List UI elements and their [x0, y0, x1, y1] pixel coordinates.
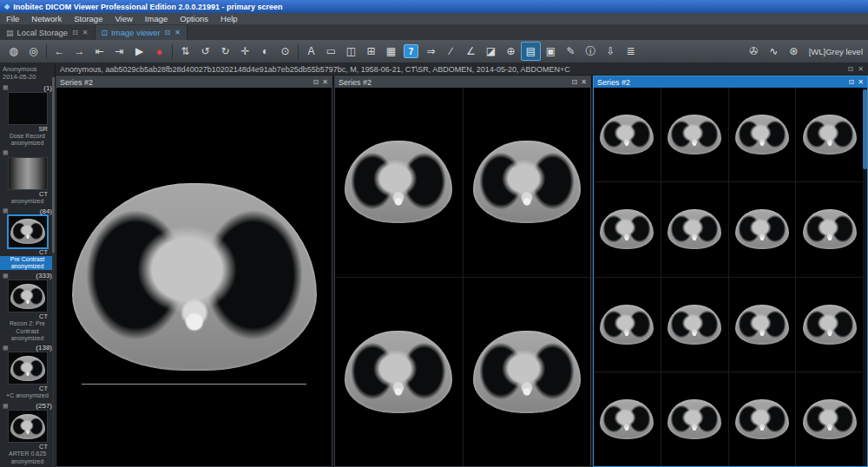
capture-icon[interactable]: ✇ [744, 42, 764, 61]
series-list-item-selected[interactable]: ▦ (84) CT Pre Contrast anonymized [0, 207, 55, 271]
panel-float-icon[interactable]: ⊡ [572, 78, 578, 86]
series-list-item[interactable]: ▦ (257) CT ARTER 0.625 anonymized [0, 402, 55, 465]
series-image-cell[interactable] [594, 372, 661, 466]
patient-bar-float-icon[interactable]: ⊡ [848, 65, 854, 73]
series-list-item[interactable]: ▦ CT anonymized [0, 149, 55, 206]
series-image-cell[interactable] [594, 182, 661, 276]
panel-float-icon[interactable]: ⊡ [849, 78, 855, 86]
panel-float-icon[interactable]: ⊡ [313, 78, 319, 86]
series-image-cell[interactable] [661, 372, 728, 466]
viewport-image-area[interactable] [594, 88, 867, 466]
menu-network[interactable]: Network [25, 14, 68, 23]
mpr-view-icon[interactable]: ◎ [23, 42, 43, 61]
flip-icon[interactable]: ⇅ [175, 42, 195, 61]
series-image-cell[interactable] [796, 88, 863, 181]
series-image-cell[interactable] [729, 182, 796, 276]
image-info-icon[interactable]: ⓘ [581, 42, 601, 61]
move-pan-icon[interactable]: ✛ [235, 42, 255, 61]
series-list-item[interactable]: ▦ (138) CT +C anonymized [0, 344, 55, 400]
series-panel-2[interactable]: Series #2 ⊡ ✕ [334, 76, 591, 467]
tab-local-storage[interactable]: ▤ Local Storage ⊡ ✕ [0, 25, 95, 40]
series-image-cell[interactable] [796, 278, 863, 372]
series-image-cell[interactable] [335, 88, 463, 277]
panel-scrollbar-thumb[interactable] [863, 89, 867, 169]
panel-header[interactable]: Series #2 ⊡ ✕ [56, 76, 332, 88]
localizer-icon[interactable]: ⊕ [501, 42, 521, 61]
link-stack-icon[interactable]: ⇒ [421, 42, 441, 61]
text-annotation-icon[interactable]: A [301, 42, 321, 61]
series-panel-3-selected[interactable]: Series #2 ⊡ ✕ [593, 76, 868, 467]
series-thumbnail[interactable] [8, 92, 48, 125]
series-image-cell[interactable] [729, 372, 796, 466]
panel-header[interactable]: Series #2 ⊡ ✕ [335, 76, 590, 88]
panel-close-icon[interactable]: ✕ [858, 78, 864, 86]
series-image-cell[interactable] [594, 278, 661, 372]
menu-view[interactable]: View [108, 14, 138, 23]
series-image-cell[interactable] [796, 372, 863, 466]
series-thumbnail[interactable] [8, 215, 48, 248]
menu-image[interactable]: Image [139, 14, 174, 23]
panel-header[interactable]: Series #2 ⊡ ✕ [594, 76, 867, 88]
export-icon[interactable]: ⇩ [601, 42, 621, 61]
tab-image-viewer[interactable]: ⊡ Image viewer ⊡ ✕ [95, 25, 187, 40]
eraser-icon[interactable]: ◪ [481, 42, 501, 61]
tab-float-icon[interactable]: ⊡ [72, 29, 78, 36]
series-thumbnail[interactable] [8, 157, 48, 190]
menu-storage[interactable]: Storage [68, 14, 108, 23]
layout-split-icon[interactable]: ◫ [341, 42, 361, 61]
rotate-ccw-icon[interactable]: ↺ [195, 42, 215, 61]
layout-grid-icon[interactable]: ▦ [381, 42, 401, 61]
series-image-cell[interactable] [594, 88, 661, 181]
series-image-cell[interactable] [729, 278, 796, 372]
menu-file[interactable]: File [0, 14, 25, 23]
sidebar-scrollbar[interactable] [52, 77, 55, 467]
patient-bar-close-icon[interactable]: ✕ [858, 65, 864, 73]
scout-lines-icon[interactable]: ▤ [521, 42, 541, 61]
zoom-icon[interactable]: ⊙ [275, 42, 295, 61]
copy-image-icon[interactable]: ▣ [541, 42, 561, 61]
series-thumbnail[interactable] [8, 280, 48, 312]
histogram-icon[interactable]: ∿ [764, 42, 784, 61]
ruler-icon[interactable]: ∕ [441, 42, 461, 61]
angle-icon[interactable]: ∠ [461, 42, 481, 61]
tab-close-icon[interactable]: ✕ [82, 29, 89, 36]
panel-close-icon[interactable]: ✕ [581, 78, 587, 86]
series-image-cell[interactable] [335, 278, 463, 467]
last-image-icon[interactable]: ⇥ [109, 42, 129, 61]
panel-scrollbar[interactable] [863, 88, 867, 466]
first-image-icon[interactable]: ⇤ [89, 42, 109, 61]
play-cine-icon[interactable]: ▶ [129, 42, 149, 61]
history-forward-icon[interactable]: → [69, 42, 89, 61]
panel-close-icon[interactable]: ✕ [322, 78, 328, 86]
series-panel-1[interactable]: Series #2 ⊡ ✕ [56, 76, 332, 467]
series-image-cell[interactable] [729, 88, 796, 181]
layout-quad-icon[interactable]: ⊞ [361, 42, 381, 61]
annotations-edit-icon[interactable]: ✎ [561, 42, 581, 61]
series-list-item[interactable]: ▦ (1) SR Dose Record anonymized [0, 84, 55, 148]
window-level-icon[interactable]: ◐ [255, 42, 275, 61]
tab-float-icon[interactable]: ⊡ [165, 29, 171, 36]
print-icon[interactable]: ≣ [621, 42, 641, 61]
viewport-image-area[interactable] [56, 88, 332, 466]
series-image-cell[interactable] [661, 88, 728, 181]
series-image-cell[interactable] [464, 278, 591, 467]
view-3d-icon[interactable]: ◍ [3, 42, 23, 61]
layout-custom-badge[interactable]: 7 [404, 44, 418, 58]
rotate-cw-icon[interactable]: ↻ [215, 42, 235, 61]
series-image-cell[interactable] [796, 182, 863, 276]
history-back-icon[interactable]: ← [49, 42, 69, 61]
sidebar-scrollbar-thumb[interactable] [52, 77, 55, 253]
menu-options[interactable]: Options [174, 14, 214, 23]
record-icon[interactable]: ● [149, 42, 169, 61]
series-image-cell[interactable] [661, 182, 728, 276]
viewport-image-area[interactable] [335, 88, 590, 466]
series-thumbnail[interactable] [8, 352, 48, 385]
cine-film-icon[interactable]: ⊛ [784, 42, 804, 61]
layout-single-icon[interactable]: ▭ [321, 42, 341, 61]
series-image-cell[interactable] [661, 278, 728, 372]
menu-help[interactable]: Help [214, 14, 244, 23]
series-list-item[interactable]: ▦ (333) CT Recon 2: Pre Contrast anonymi… [0, 272, 55, 342]
series-thumbnail[interactable] [8, 410, 48, 443]
tab-close-icon[interactable]: ✕ [174, 29, 181, 36]
series-image-cell[interactable] [464, 88, 591, 277]
